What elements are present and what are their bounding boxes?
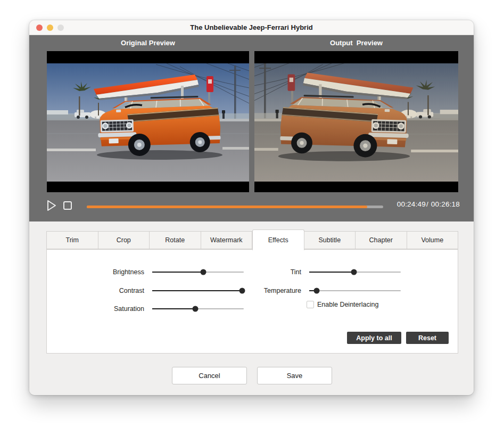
saturation-label: Saturation [75, 305, 144, 313]
original-preview-label: Original Preview [47, 39, 249, 48]
settings-section: Trim Crop Rotate Watermark Effects Subti… [29, 221, 474, 395]
zoom-button[interactable] [57, 24, 64, 31]
saturation-slider-fill [152, 308, 195, 309]
tab-effects[interactable]: Effects [252, 229, 304, 250]
saturation-slider[interactable] [152, 308, 244, 309]
original-preview-video [47, 51, 249, 192]
close-button[interactable] [36, 24, 43, 31]
temperature-label: Temperature [232, 287, 301, 294]
tint-row: Tint [232, 267, 401, 277]
tab-trim[interactable]: Trim [46, 231, 98, 249]
temperature-row: Temperature [232, 286, 401, 296]
cancel-button[interactable]: Cancel [172, 367, 247, 384]
reset-button[interactable]: Reset [406, 332, 449, 344]
brightness-label: Brightness [75, 268, 144, 276]
tab-crop[interactable]: Crop [98, 231, 150, 249]
output-preview-label: Output Preview [254, 39, 458, 48]
seek-bar-fill [87, 206, 367, 208]
window-title: The Unbelievable Jeep-Ferrari Hybrid [190, 23, 312, 31]
tint-slider-thumb[interactable] [351, 269, 357, 275]
desktop: { "window": { "title": "The Unbelievable… [0, 0, 504, 435]
tab-bar: Trim Crop Rotate Watermark Effects Subti… [46, 231, 458, 249]
titlebar: The Unbelievable Jeep-Ferrari Hybrid [29, 20, 474, 35]
video-scene-output [254, 63, 458, 182]
tab-rotate[interactable]: Rotate [150, 231, 201, 249]
tint-slider-fill [309, 272, 354, 273]
saturation-row: Saturation [75, 304, 244, 314]
temperature-slider-thumb[interactable] [313, 288, 319, 294]
tab-subtitle[interactable]: Subtitle [304, 231, 356, 249]
tint-label: Tint [232, 268, 301, 276]
app-window: The Unbelievable Jeep-Ferrari Hybrid Ori… [29, 20, 474, 395]
brightness-row: Brightness [75, 267, 244, 277]
brightness-slider-fill [152, 272, 203, 273]
stop-button[interactable] [63, 201, 72, 210]
tab-volume[interactable]: Volume [407, 231, 459, 249]
tint-slider[interactable] [309, 272, 401, 273]
deinterlacing-row: Enable Deinterlacing [307, 301, 378, 308]
play-icon [46, 199, 57, 212]
temperature-slider[interactable] [309, 290, 401, 291]
current-time: 00:24:49 [397, 200, 426, 208]
contrast-slider[interactable] [152, 290, 244, 291]
tab-chapter[interactable]: Chapter [356, 231, 407, 249]
traffic-lights [36, 24, 64, 31]
saturation-slider-thumb[interactable] [192, 306, 198, 312]
contrast-slider-fill [152, 290, 242, 291]
time-display: 00:24:49/00:26:18 [397, 200, 460, 208]
effects-panel: Brightness Contrast Saturation [46, 249, 458, 354]
preview-panel: Original Preview Output Preview 00:24: [29, 35, 474, 221]
seek-bar[interactable] [87, 206, 383, 208]
brightness-slider[interactable] [152, 272, 244, 273]
output-preview-video [254, 51, 458, 192]
apply-to-all-button[interactable]: Apply to all [347, 332, 401, 344]
play-button[interactable] [46, 199, 57, 212]
enable-deinterlacing-label: Enable Deinterlacing [317, 301, 378, 308]
time-separator: / [426, 200, 428, 208]
total-time: 00:26:18 [431, 200, 460, 208]
video-scene [47, 63, 249, 182]
minimize-button[interactable] [47, 24, 53, 31]
brightness-slider-thumb[interactable] [201, 269, 206, 275]
enable-deinterlacing-checkbox[interactable] [307, 301, 314, 308]
tab-watermark[interactable]: Watermark [201, 231, 253, 249]
contrast-row: Contrast [75, 286, 244, 296]
save-button[interactable]: Save [257, 367, 332, 384]
contrast-label: Contrast [75, 287, 144, 294]
